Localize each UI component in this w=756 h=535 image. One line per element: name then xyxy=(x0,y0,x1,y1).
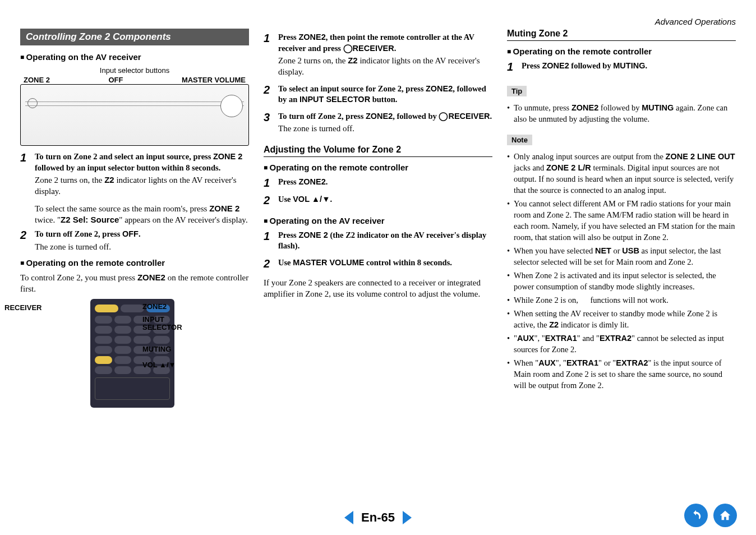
steps-remote-vol: 1 Press ZONE2. 2 Use VOL ▲/▼. xyxy=(264,177,492,206)
step-body: Zone 2 turns on, the Z2 indicator lights… xyxy=(278,55,492,78)
callout-input-selector: INPUTSELECTOR xyxy=(142,316,182,331)
step-lead: To select an input source for Zone 2, pr… xyxy=(278,84,492,105)
step-number: 1 xyxy=(20,151,35,197)
step-body: The zone is turned off. xyxy=(278,123,492,134)
note-item: "AUX", "EXTRA1" and "EXTRA2" cannot be s… xyxy=(507,333,736,355)
home-button[interactable] xyxy=(713,504,737,527)
step-lead: Press ZONE2, then point the remote contr… xyxy=(278,32,492,54)
breadcrumb: Advanced Operations xyxy=(20,17,736,26)
section-title-adjust-volume: Adjusting the Volume for Zone 2 xyxy=(264,145,492,157)
page-number: En-65 xyxy=(361,510,395,525)
diagram-label-master-volume: MASTER VOLUME xyxy=(182,76,246,84)
step-number: 1 xyxy=(264,177,278,188)
note-item: When Zone 2 is activated and its input s… xyxy=(507,270,736,292)
paragraph-remote-intro: To control Zone 2, you must press ZONE2 … xyxy=(20,272,249,295)
step-lead: Use VOL ▲/▼. xyxy=(278,194,492,205)
paragraph-same-source: To select the same source as the main ro… xyxy=(35,203,249,226)
steps-muting: 1 Press ZONE2 followed by MUTING. xyxy=(507,61,736,72)
av-receiver-illustration xyxy=(20,84,249,146)
step-lead: Press ZONE2 followed by MUTING. xyxy=(522,61,736,72)
remote-controller-diagram: RECEIVER ZONE2 INPUTSELECTOR MUTING VOL … xyxy=(48,299,216,408)
step-lead: Use MASTER VOLUME control within 8 secon… xyxy=(278,257,492,269)
column-1: Controlling Zone 2 Components Operating … xyxy=(20,29,249,408)
column-2: 1 Press ZONE2, then point the remote con… xyxy=(264,29,492,408)
steps-remote-main: 1 Press ZONE2, then point the remote con… xyxy=(264,32,492,135)
step-number: 3 xyxy=(264,111,278,135)
next-page-icon[interactable] xyxy=(403,511,412,524)
steps-av-off: 2 To turn off Zone 2, press OFF. The zon… xyxy=(20,229,249,252)
step-lead: To turn off Zone 2, press ZONE2, followe… xyxy=(278,111,492,122)
paragraph-external-amp: If your Zone 2 speakers are connected to… xyxy=(264,277,492,300)
callout-zone2: ZONE2 xyxy=(142,302,167,311)
diagram-label-top: Input selector buttons xyxy=(20,66,249,75)
subheading-muting-remote: Operating on the remote controller xyxy=(507,47,736,56)
callout-muting: MUTING xyxy=(142,345,171,353)
step-body: Zone 2 turns on, the Z2 indicator lights… xyxy=(35,174,249,197)
callout-vol: VOL ▲/▼ xyxy=(142,361,176,369)
step-number: 2 xyxy=(264,257,278,269)
diagram-label-off: OFF xyxy=(108,76,123,84)
step-lead: To turn off Zone 2, press OFF. xyxy=(35,229,249,240)
subheading-av-receiver: Operating on the AV receiver xyxy=(20,52,249,62)
note-item: When setting the AV receiver to standby … xyxy=(507,308,736,330)
page-footer: En-65 xyxy=(0,510,756,525)
step-number: 1 xyxy=(507,61,522,72)
prev-page-icon[interactable] xyxy=(344,511,353,524)
step-lead: Press ZONE 2 (the Z2 indicator on the AV… xyxy=(278,230,492,252)
back-button[interactable] xyxy=(684,504,708,527)
step-body: The zone is turned off. xyxy=(35,241,249,252)
subheading-av-vol: Operating on the AV receiver xyxy=(264,216,492,225)
section-bar: Controlling Zone 2 Components xyxy=(20,29,249,45)
step-number: 2 xyxy=(20,229,35,252)
diagram-label-zone2: ZONE 2 xyxy=(24,76,50,84)
note-item: You cannot select different AM or FM rad… xyxy=(507,198,736,243)
steps-av-on: 1 To turn on Zone 2 and select an input … xyxy=(20,151,249,197)
tip-badge: Tip xyxy=(507,86,527,96)
step-lead: To turn on Zone 2 and select an input so… xyxy=(35,151,249,173)
step-lead: Press ZONE2. xyxy=(278,177,492,188)
note-item: Only analog input sources are output fro… xyxy=(507,151,736,196)
subheading-remote: Operating on the remote controller xyxy=(20,258,249,268)
callout-receiver: RECEIVER xyxy=(4,303,42,312)
column-3: Muting Zone 2 Operating on the remote co… xyxy=(507,29,736,408)
note-item: When "AUX", "EXTRA1" or "EXTRA2" is the … xyxy=(507,357,736,391)
step-number: 1 xyxy=(264,230,278,252)
section-title-muting: Muting Zone 2 xyxy=(507,29,736,41)
tip-list: To unmute, press ZONE2 followed by MUTIN… xyxy=(507,102,736,124)
step-number: 1 xyxy=(264,32,278,78)
subheading-remote-vol: Operating on the remote controller xyxy=(264,163,492,172)
note-item: When you have selected NET or USB as inp… xyxy=(507,245,736,268)
step-number: 2 xyxy=(264,194,278,206)
tip-item: To unmute, press ZONE2 followed by MUTIN… xyxy=(507,102,736,124)
av-receiver-diagram: Input selector buttons ZONE 2 OFF MASTER… xyxy=(20,66,249,146)
undo-icon xyxy=(690,509,702,522)
steps-av-vol: 1 Press ZONE 2 (the Z2 indicator on the … xyxy=(264,230,492,269)
note-item: While Zone 2 is on, functions will not w… xyxy=(507,294,736,306)
home-icon xyxy=(719,509,731,522)
note-list: Only analog input sources are output fro… xyxy=(507,151,736,391)
note-badge: Note xyxy=(507,135,532,145)
step-number: 2 xyxy=(264,84,278,105)
